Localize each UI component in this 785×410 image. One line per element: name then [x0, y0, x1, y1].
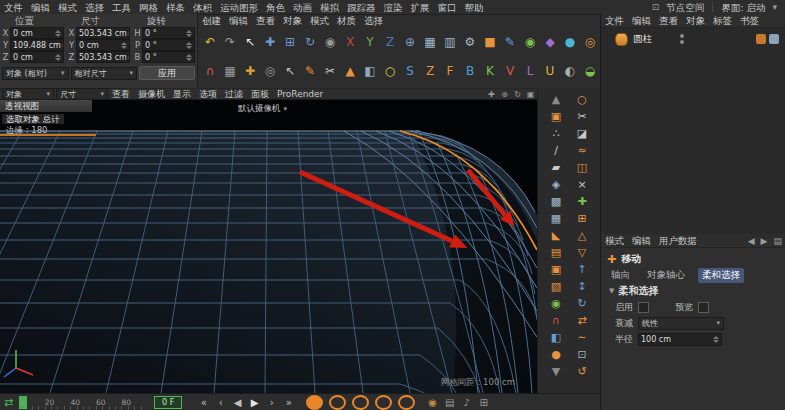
history-back-icon[interactable]: ◀: [745, 236, 758, 246]
undo-icon[interactable]: ↶: [200, 30, 220, 54]
rotate-tool-icon[interactable]: ↻: [300, 30, 320, 54]
viewport-menu-item-6[interactable]: ProRender: [273, 88, 327, 101]
points-mode-icon[interactable]: ∴: [546, 125, 566, 142]
magnify-icon[interactable]: ⊞: [475, 395, 492, 410]
phong-tag-icon[interactable]: [756, 34, 766, 44]
main-menu-item-2[interactable]: 模式: [54, 1, 81, 14]
model-mode-icon[interactable]: ◈: [546, 176, 566, 193]
letter-v-icon[interactable]: V: [500, 59, 520, 83]
scroll-up-icon[interactable]: ▲: [546, 91, 566, 108]
palette-menu-item-1[interactable]: 编辑: [225, 14, 252, 27]
am-menu-item-1[interactable]: 编辑: [628, 234, 655, 247]
main-menu-item-7[interactable]: 体积: [189, 1, 216, 14]
render-settings-icon[interactable]: ⚙: [460, 30, 480, 54]
history-forward-icon[interactable]: ▶: [758, 236, 771, 246]
timeline-options-icon[interactable]: ▤: [441, 395, 458, 410]
main-menu-item-0[interactable]: 文件: [0, 1, 27, 14]
record-keyframe-icon[interactable]: [306, 395, 323, 410]
om-menu-item-4[interactable]: 标签: [709, 14, 736, 27]
redo-icon[interactable]: ↷: [220, 30, 240, 54]
light-icon[interactable]: ○: [380, 59, 400, 83]
cube-primitive-icon[interactable]: ■: [480, 30, 500, 54]
loop-cut-icon[interactable]: ≈: [572, 142, 592, 159]
coord-mode-dropdown[interactable]: 对象 (相对)▾: [2, 67, 69, 80]
line-cut-icon[interactable]: ✂: [572, 108, 592, 125]
coord-system-icon[interactable]: ⊕: [400, 30, 420, 54]
object-label[interactable]: 圆柱: [633, 33, 652, 46]
letter-u-icon[interactable]: U: [540, 59, 560, 83]
smoothing-icon[interactable]: ◉: [546, 295, 566, 312]
viewport-sub-dropdown-2[interactable]: 尺寸▾: [56, 88, 108, 100]
radius-field[interactable]: 100 cm: [638, 333, 722, 346]
key-position-icon[interactable]: [329, 395, 346, 410]
bend-deformer-icon[interactable]: ◆: [540, 30, 560, 54]
tab-soft-selection[interactable]: 柔和选择: [698, 268, 744, 283]
current-frame-field[interactable]: 0 F: [154, 396, 182, 409]
om-menu-item-1[interactable]: 编辑: [628, 14, 655, 27]
viewport-tab[interactable]: 透视视图: [0, 100, 92, 112]
letter-k-icon[interactable]: K: [480, 59, 500, 83]
extrude-icon[interactable]: ▲: [340, 59, 360, 83]
camera-label[interactable]: 默认摄像机▾: [238, 103, 287, 115]
key-parameter-icon[interactable]: [398, 395, 415, 410]
main-menu-item-3[interactable]: 选择: [81, 1, 108, 14]
node-space-selector[interactable]: 节点空间: [662, 1, 708, 14]
normal-scale-icon[interactable]: ↕: [572, 278, 592, 295]
dissolve-icon[interactable]: ×: [572, 176, 592, 193]
weld-tool-icon[interactable]: ●: [546, 346, 566, 363]
main-menu-item-4[interactable]: 工具: [108, 1, 135, 14]
om-menu-item-3[interactable]: 对象: [682, 14, 709, 27]
palette-menu-item-5[interactable]: 材质: [333, 14, 360, 27]
axis-edit-icon[interactable]: ✚: [240, 59, 260, 83]
viewport-3d[interactable]: 透视视图 选取对象 总计 边缘 : 180 默认摄像机▾ 网格间距 : 100 …: [0, 100, 537, 393]
rotation-b-field[interactable]: 0 °: [142, 51, 195, 63]
palette-menu-item-3[interactable]: 对象: [279, 14, 306, 27]
normal-move-icon[interactable]: ↑: [572, 261, 592, 278]
palette-menu-item-6[interactable]: 选择: [360, 14, 387, 27]
key-rotation-icon[interactable]: [375, 395, 392, 410]
position-x-field[interactable]: 0 cm: [10, 27, 64, 39]
plane-cut-icon[interactable]: ◪: [572, 125, 592, 142]
extrude-tool-icon[interactable]: ▤: [546, 244, 566, 261]
letter-l-icon[interactable]: L: [520, 59, 540, 83]
rotation-h-field[interactable]: 0 °: [142, 27, 195, 39]
triangulate-icon[interactable]: △: [572, 227, 592, 244]
volume-builder-icon[interactable]: ●: [560, 30, 580, 54]
main-menu-item-10[interactable]: 动画: [289, 1, 316, 14]
snap-icon[interactable]: ∩: [200, 59, 220, 83]
last-tool-icon[interactable]: ◉: [320, 30, 340, 54]
size-x-field[interactable]: 503.543 cm: [76, 27, 130, 39]
viewport-menu-item-1[interactable]: 摄像机: [134, 88, 169, 101]
main-menu-item-15[interactable]: 窗口: [434, 1, 461, 14]
tab-axis[interactable]: 轴向: [607, 268, 634, 283]
polygon-pen-icon[interactable]: ✎: [300, 59, 320, 83]
spin-edge-icon[interactable]: ↺: [572, 363, 592, 380]
polygons-mode-icon[interactable]: ▰: [546, 159, 566, 176]
am-menu-item-2[interactable]: 用户数据: [655, 234, 701, 247]
magnet-tool-icon[interactable]: ∩: [546, 312, 566, 329]
viewport-menu-item-4[interactable]: 过滤: [221, 88, 247, 101]
visibility-dots[interactable]: [680, 34, 684, 44]
scale-tool-icon[interactable]: ⊞: [280, 30, 300, 54]
texture-mode-icon[interactable]: ▩: [546, 193, 566, 210]
matrix-extrude-icon[interactable]: ▧: [546, 278, 566, 295]
view-pan-icon[interactable]: ✚: [485, 89, 498, 100]
soft-selection-section[interactable]: ▼ 柔和选择: [601, 283, 785, 299]
camera-icon[interactable]: ◧: [360, 59, 380, 83]
section-collapse-icon[interactable]: ▼: [609, 287, 614, 295]
workplane-mode-icon[interactable]: ▦: [546, 210, 566, 227]
normal-rotate-icon[interactable]: ↻: [572, 295, 592, 312]
letter-f-icon[interactable]: F: [440, 59, 460, 83]
apply-button[interactable]: 应用: [139, 66, 195, 80]
main-menu-item-9[interactable]: 角色: [262, 1, 289, 14]
go-start-icon[interactable]: «: [195, 395, 212, 410]
layout-selector[interactable]: 界面: 启动: [717, 1, 769, 14]
view-zoom-icon[interactable]: ⊕: [498, 89, 511, 100]
viewport-menu-item-2[interactable]: 显示: [169, 88, 195, 101]
rotation-p-field[interactable]: 0 °: [142, 39, 195, 51]
next-frame-icon[interactable]: ›: [263, 395, 280, 410]
letter-z-icon[interactable]: Z: [420, 59, 440, 83]
make-editable-icon[interactable]: ▣: [546, 108, 566, 125]
position-z-field[interactable]: 0 cm: [10, 51, 64, 63]
play-icon[interactable]: ▶: [246, 395, 263, 410]
